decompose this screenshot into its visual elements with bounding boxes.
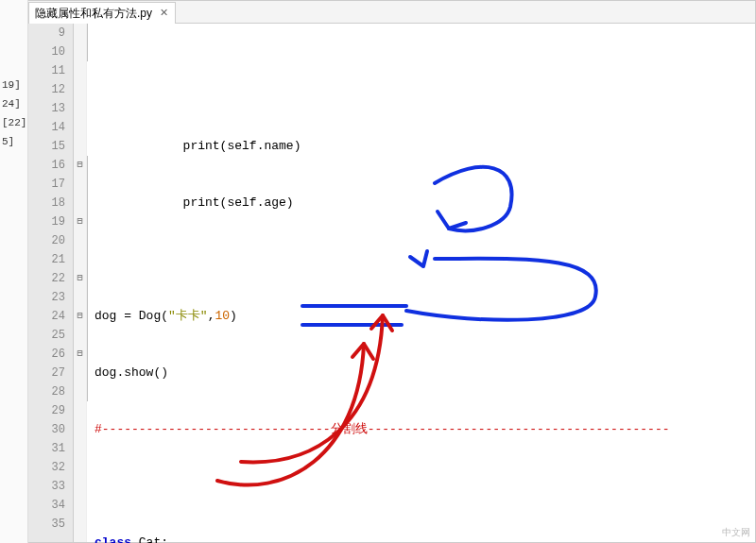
line-number: 11: [28, 61, 65, 80]
block-guide: [87, 156, 88, 401]
line-number: 19: [28, 212, 65, 231]
code-line[interactable]: #-------------------------------分割线-----…: [94, 420, 755, 439]
fold-spacer: [74, 401, 86, 420]
code-line[interactable]: [94, 477, 755, 496]
editor: 隐藏属性和私有方法.py ✕ 9101112131415161718192021…: [28, 0, 756, 543]
code-line[interactable]: print(self.name): [94, 137, 755, 156]
line-number: 23: [28, 288, 65, 307]
fold-toggle-icon[interactable]: ⊟: [74, 269, 86, 288]
line-number: 12: [28, 80, 65, 99]
watermark: 中文网: [722, 526, 750, 539]
fold-toggle-icon[interactable]: ⊟: [74, 345, 86, 364]
line-number: 28: [28, 382, 65, 401]
fold-spacer: [74, 137, 86, 156]
fold-spacer: [74, 364, 86, 382]
line-number: 17: [28, 175, 65, 194]
line-number: 25: [28, 326, 65, 345]
fold-spacer: [74, 458, 86, 477]
side-item: 19]: [0, 76, 27, 94]
line-number: 30: [28, 420, 65, 439]
side-item: 24]: [0, 94, 27, 113]
line-number: 35: [28, 515, 65, 534]
code-line[interactable]: class Cat:: [94, 534, 755, 543]
line-number: 21: [28, 250, 65, 269]
tab-bar: 隐藏属性和私有方法.py ✕: [28, 1, 755, 24]
fold-spacer: [74, 477, 86, 496]
fold-spacer: [74, 382, 86, 401]
side-item: [22]: [0, 113, 27, 132]
fold-toggle-icon[interactable]: ⊟: [74, 212, 86, 231]
line-number: 31: [28, 439, 65, 458]
code-line[interactable]: print(self.age): [94, 194, 755, 212]
line-number: 13: [28, 99, 65, 118]
line-number: 10: [28, 42, 65, 61]
line-number: 22: [28, 269, 65, 288]
line-number-gutter: 9101112131415161718192021222324252627282…: [28, 24, 74, 542]
side-item: 5]: [0, 132, 27, 151]
side-panel: 19] 24] [22] 5]: [0, 0, 28, 543]
line-number: 29: [28, 401, 65, 420]
fold-spacer: [74, 420, 86, 439]
fold-spacer: [74, 118, 86, 137]
fold-spacer: [74, 194, 86, 212]
fold-spacer: [74, 326, 86, 345]
line-number: 24: [28, 307, 65, 326]
file-tab[interactable]: 隐藏属性和私有方法.py ✕: [28, 2, 176, 24]
code-line[interactable]: [94, 250, 755, 269]
line-number: 18: [28, 194, 65, 212]
fold-spacer: [74, 496, 86, 515]
line-number: 32: [28, 458, 65, 477]
fold-spacer: [74, 80, 86, 99]
close-icon[interactable]: ✕: [158, 8, 169, 19]
line-number: 34: [28, 496, 65, 515]
line-number: 20: [28, 231, 65, 250]
fold-spacer: [74, 61, 86, 80]
line-number: 9: [28, 24, 65, 42]
fold-spacer: [74, 42, 86, 61]
code-area[interactable]: 9101112131415161718192021222324252627282…: [28, 24, 755, 542]
fold-spacer: [74, 24, 86, 42]
fold-spacer: [74, 99, 86, 118]
fold-toggle-icon[interactable]: ⊟: [74, 307, 86, 326]
code-line[interactable]: dog = Dog("卡卡",10): [94, 307, 755, 326]
line-number: 27: [28, 364, 65, 382]
fold-toggle-icon[interactable]: ⊟: [74, 156, 86, 175]
fold-spacer: [74, 288, 86, 307]
fold-spacer: [74, 515, 86, 534]
fold-spacer: [74, 231, 86, 250]
fold-spacer: [74, 175, 86, 194]
line-number: 15: [28, 137, 65, 156]
line-number: 26: [28, 345, 65, 364]
block-guide: [87, 24, 88, 61]
line-number: 33: [28, 477, 65, 496]
fold-spacer: [74, 250, 86, 269]
tab-filename: 隐藏属性和私有方法.py: [35, 6, 152, 22]
fold-spacer: [74, 439, 86, 458]
line-number: 16: [28, 156, 65, 175]
line-number: 14: [28, 118, 65, 137]
code-line[interactable]: dog.show(): [94, 364, 755, 382]
fold-gutter: ⊟ ⊟ ⊟ ⊟ ⊟: [74, 24, 87, 542]
code-content[interactable]: print(self.name) print(self.age) dog = D…: [87, 24, 755, 542]
